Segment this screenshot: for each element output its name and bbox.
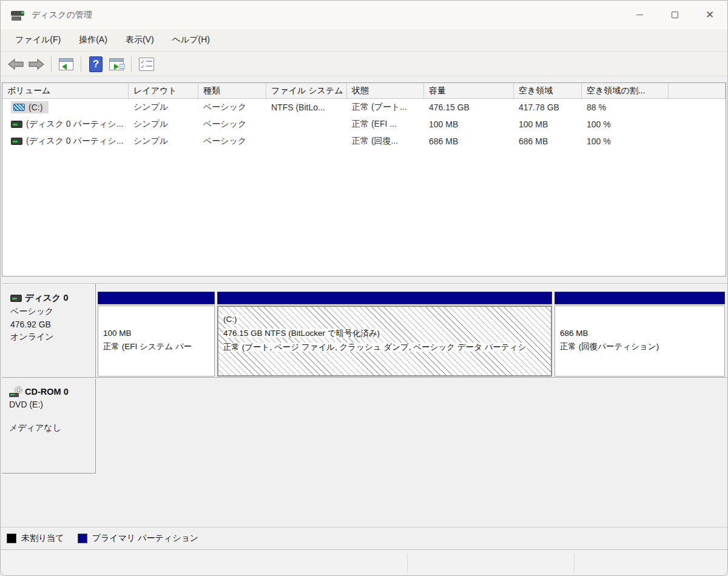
volume-name: (C:) [29,102,42,112]
type-cell: ベーシック [198,133,266,150]
filesystem-cell [266,116,347,133]
partition-icon [11,138,22,145]
free-space-cell: 100 MB [514,116,582,133]
disk-management-window: ディスクの管理 ✕ ファイル(F) 操作(A) 表示(V) ヘルプ(H) ⋯ [0,0,728,576]
column-header-capacity[interactable]: 容量 [424,83,514,98]
partition-status: 正常 (EFI システム パー [103,341,192,352]
partition-recovery[interactable]: 686 MB 正常 (回復パーティション) [554,292,725,377]
status-cell: 正常 (ブート... [347,99,424,116]
close-button[interactable]: ✕ [692,1,727,29]
partition-icon [11,121,22,128]
column-header-volume[interactable]: ボリューム [2,83,129,98]
partition-status: 正常 (ブート, ページ ファイル, クラッシュ ダンプ, ベーシック データ … [223,343,527,352]
menu-bar: ファイル(F) 操作(A) 表示(V) ヘルプ(H) [1,29,727,52]
disk-type: ベーシック [10,306,95,317]
toolbar-separator [131,56,132,72]
disk-0-row: ディスク 0 ベーシック 476.92 GB オンライン 100 MB 正常 (… [2,283,727,378]
cdrom-drive-letter: DVD (E:) [9,400,95,409]
window-title: ディスクの管理 [32,10,92,21]
show-action-pane-icon: ⋯ [109,58,124,70]
partition-body: 100 MB 正常 (EFI システム パー [98,306,215,377]
partition-efi[interactable]: 100 MB 正常 (EFI システム パー [98,292,215,377]
properties-button[interactable]: ✓ ✓ [136,55,157,73]
partition-header-bar [554,292,725,304]
volume-name-cell: (ディスク 0 パーティシ... [2,116,129,133]
cdrom-0-info-panel[interactable]: CD-ROM 0 DVD (E:) メディアなし [2,379,96,474]
free-space-cell: 686 MB [514,133,582,150]
layout-cell: シンプル [129,133,198,150]
volume-name: (ディスク 0 パーティシ... [26,119,124,130]
properties-icon: ✓ ✓ [139,58,154,71]
column-header-free-percent[interactable]: 空き領域の割... [582,83,669,98]
volume-name: (ディスク 0 パーティシ... [26,136,124,147]
column-header-type[interactable]: 種類 [198,83,266,98]
menu-action[interactable]: 操作(A) [73,32,113,48]
partition-label: (C:) [223,315,238,324]
primary-partition-swatch [78,534,87,543]
partition-header-bar [217,292,552,304]
status-bar-divider [574,554,575,573]
column-header-free-space[interactable]: 空き領域 [514,83,582,98]
minimize-button[interactable] [622,1,657,29]
column-header-status[interactable]: 状態 [347,83,424,98]
partition-header-bar [98,292,215,304]
status-cell: 正常 (EFI ... [347,116,424,133]
partition-c-selected[interactable]: (C:) 476.15 GB NTFS (BitLocker で暗号化済み) 正… [217,292,552,377]
disk-size: 476.92 GB [10,320,95,329]
close-icon: ✕ [706,10,714,20]
forward-icon [29,59,44,70]
type-cell: ベーシック [198,99,266,116]
menu-view[interactable]: 表示(V) [120,32,160,48]
capacity-cell: 476.15 GB [424,99,514,116]
disk-status: オンライン [10,332,95,343]
forward-button[interactable] [26,55,47,73]
help-button[interactable]: ? [86,55,106,73]
show-action-pane-button[interactable]: ⋯ [106,55,127,73]
cdrom-0-row: CD-ROM 0 DVD (E:) メディアなし [2,379,727,474]
filesystem-cell [266,133,347,150]
status-bar [1,551,727,576]
menu-help[interactable]: ヘルプ(H) [166,32,216,48]
toolbar-separator [81,56,81,72]
maximize-button[interactable] [657,1,692,29]
back-button[interactable] [5,55,26,73]
column-header-layout[interactable]: レイアウト [129,83,198,98]
volume-name-cell: (C:) [2,99,129,116]
disk-icon [10,295,22,302]
table-row-recovery-partition[interactable]: (ディスク 0 パーティシ... シンプル ベーシック 正常 (回復... 68… [2,133,726,150]
selected-volume-highlight: (C:) [11,101,49,113]
partition-body: (C:) 476.15 GB NTFS (BitLocker で暗号化済み) 正… [217,306,552,377]
status-bar-divider [407,554,408,573]
legend-bar: 未割り当て プライマリ パーティション [1,527,727,550]
partition-size: 686 MB [560,328,588,339]
disk-name: ディスク 0 [25,292,68,304]
toolbar: ⋯ ? ⋯ ✓ ✓ [1,52,727,76]
free-percent-cell: 88 % [582,99,669,116]
filesystem-cell: NTFS (BitLo... [266,99,347,116]
volume-name-cell: (ディスク 0 パーティシ... [2,133,129,150]
disk-0-info-panel[interactable]: ディスク 0 ベーシック 476.92 GB オンライン [2,284,96,377]
graphical-view: ディスク 0 ベーシック 476.92 GB オンライン 100 MB 正常 (… [1,276,727,527]
free-percent-cell: 100 % [582,116,669,133]
volume-table-header: ボリューム レイアウト 種類 ファイル システム 状態 容量 空き領域 空き領域… [2,83,726,99]
help-icon: ? [89,56,103,72]
type-cell: ベーシック [198,116,266,133]
minimize-icon [636,15,643,15]
volume-list-panel: ボリューム レイアウト 種類 ファイル システム 状態 容量 空き領域 空き領域… [2,82,726,276]
table-row-volume-c[interactable]: (C:) シンプル ベーシック NTFS (BitLo... 正常 (ブート..… [2,99,726,116]
toolbar-separator [51,56,52,72]
table-row-efi-partition[interactable]: (ディスク 0 パーティシ... シンプル ベーシック 正常 (EFI ... … [2,116,726,133]
column-header-filesystem[interactable]: ファイル システム [266,83,347,98]
show-console-tree-icon: ⋯ [59,58,73,70]
capacity-cell: 686 MB [424,133,514,150]
window-controls: ✕ [622,1,727,29]
cdrom-icon [9,386,22,397]
free-percent-cell: 100 % [582,133,669,150]
free-space-cell: 417.78 GB [514,99,582,116]
partition-size: 476.15 GB NTFS (BitLocker で暗号化済み) [223,329,381,338]
show-console-tree-button[interactable]: ⋯ [56,55,76,73]
partition-status: 正常 (回復パーティション) [560,341,659,352]
menu-file[interactable]: ファイル(F) [9,32,67,48]
cdrom-name: CD-ROM 0 [25,387,69,397]
layout-cell: シンプル [129,116,198,133]
